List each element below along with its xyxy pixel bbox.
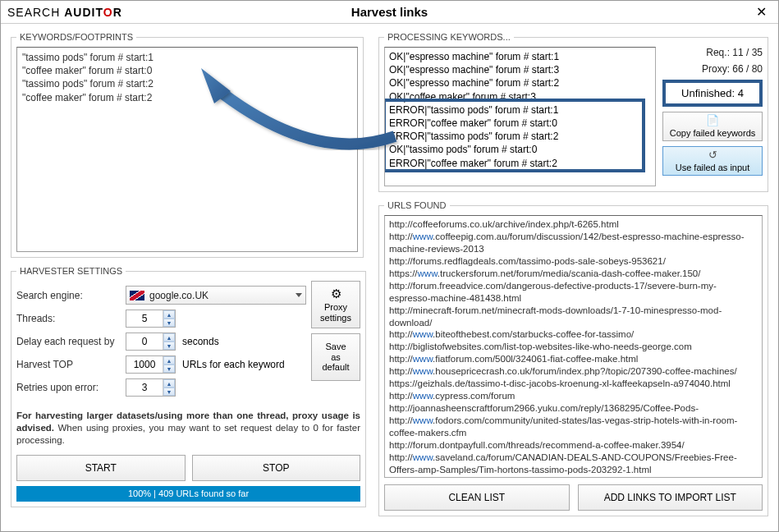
use-failed-button[interactable]: ↺ Use failed as input (662, 146, 763, 176)
url-item[interactable]: http://coffeeforums.co.uk/archive/index.… (389, 218, 758, 231)
url-item[interactable]: http://www.coffeepig.com.au/forum/discus… (389, 231, 758, 255)
delay-label: Delay each request by (16, 336, 119, 347)
delay-suffix: seconds (182, 336, 219, 347)
close-icon[interactable]: ✕ (751, 4, 772, 20)
proxy-settings-button[interactable]: ⚙ Proxy settings (311, 281, 360, 328)
settings-fieldset: HARVESTER SETTINGS Search engine: google… (11, 266, 366, 507)
save-default-button[interactable]: Save as default (311, 333, 360, 381)
recycle-icon: ↺ (708, 149, 717, 161)
processing-legend: PROCESSING KEYWORDS... (384, 32, 514, 42)
engine-label: Search engine: (16, 290, 119, 301)
url-item[interactable]: http://www.housepricecrash.co.uk/forum/i… (389, 365, 758, 378)
retries-label: Retries upon error: (16, 382, 119, 393)
url-item[interactable]: http://minecraft-forum.net/minecraft-mod… (389, 305, 758, 329)
copy-icon: 📄 (706, 115, 719, 126)
urls-list[interactable]: http://coffeeforums.co.uk/archive/index.… (384, 215, 763, 478)
title-bar: SEARCH AUDITOR Harvest links ✕ (1, 1, 778, 24)
app-logo: SEARCH AUDITOR (7, 6, 122, 19)
search-engine-dropdown[interactable]: google.co.UK (126, 286, 306, 305)
url-item[interactable]: http://www.fodors.com/community/united-s… (389, 415, 758, 439)
processing-log[interactable]: OK|"espresso machine" forum # start:1 OK… (384, 47, 656, 186)
urls-legend: URLS FOUND (384, 200, 450, 210)
top-label: Harvest TOP (16, 359, 119, 370)
url-item[interactable]: https://geizhals.de/tassimo-t-disc-jacob… (389, 378, 758, 390)
unfinished-counter: Unfinished: 4 (662, 80, 763, 107)
advice-text: For harvesting larger datasets/using mor… (16, 410, 360, 447)
url-item[interactable]: http://www.saveland.ca/forum/CANADIAN-DE… (389, 452, 758, 476)
gear-icon: ⚙ (331, 287, 341, 300)
spin-down-icon[interactable]: ▼ (163, 319, 175, 327)
settings-legend: HARVESTER SETTINGS (16, 266, 126, 276)
url-item[interactable]: https://www.truckersforum.net/forum/medi… (389, 268, 758, 280)
url-item[interactable]: http://www.biteofthebest.com/starbucks-c… (389, 328, 758, 341)
processing-fieldset: PROCESSING KEYWORDS... OK|"espresso mach… (378, 32, 768, 192)
url-item[interactable]: http://forum.freeadvice.com/dangerous-de… (389, 280, 758, 305)
proxy-counter: Proxy: 66 / 80 (662, 63, 763, 75)
progress-bar: 100% | 409 URLs found so far (16, 486, 360, 502)
page-title: Harvest links (351, 5, 428, 19)
url-item[interactable]: http://ph.priceprice.com/Saeco-Super-aut… (389, 476, 758, 478)
url-item[interactable]: http://forum.dontpayfull.com/threads/rec… (389, 439, 758, 452)
top-suffix: URLs for each keyword (182, 359, 285, 370)
url-item[interactable]: http://forums.redflagdeals.com/tassimo-p… (389, 255, 758, 268)
chevron-down-icon (296, 293, 302, 297)
delay-stepper[interactable]: ▲▼ (126, 332, 176, 351)
copy-failed-button[interactable]: 📄 Copy failed keywords (662, 112, 763, 141)
url-item[interactable]: http://joannasheenscraftforum2966.yuku.c… (389, 402, 758, 415)
spin-up-icon[interactable]: ▲ (163, 310, 175, 319)
req-counter: Req.: 11 / 35 (662, 47, 763, 58)
url-item[interactable]: http://www.cypress.com/forum (389, 390, 758, 402)
clean-list-button[interactable]: CLEAN LIST (384, 484, 570, 511)
threads-stepper[interactable]: ▲▼ (126, 310, 176, 328)
keywords-input[interactable]: "tassimo pods" forum # start:1 "coffee m… (16, 47, 358, 252)
start-button[interactable]: START (16, 455, 186, 481)
url-item[interactable]: http://www.fiatforum.com/500l/324061-fia… (389, 353, 758, 365)
url-item[interactable]: http://biglistofwebsites.com/list-top-we… (389, 341, 758, 353)
uk-flag-icon (130, 291, 144, 300)
urls-fieldset: URLS FOUND http://coffeeforums.co.uk/arc… (378, 200, 768, 516)
keywords-legend: KEYWORDS/FOOTPRINTS (16, 32, 136, 42)
retries-stepper[interactable]: ▲▼ (126, 378, 176, 397)
threads-label: Threads: (16, 313, 119, 324)
keywords-fieldset: KEYWORDS/FOOTPRINTS "tassimo pods" forum… (11, 32, 364, 258)
add-links-button[interactable]: ADD LINKS TO IMPORT LIST (578, 484, 763, 511)
stop-button[interactable]: STOP (192, 455, 361, 481)
top-stepper[interactable]: ▲▼ (126, 355, 176, 374)
